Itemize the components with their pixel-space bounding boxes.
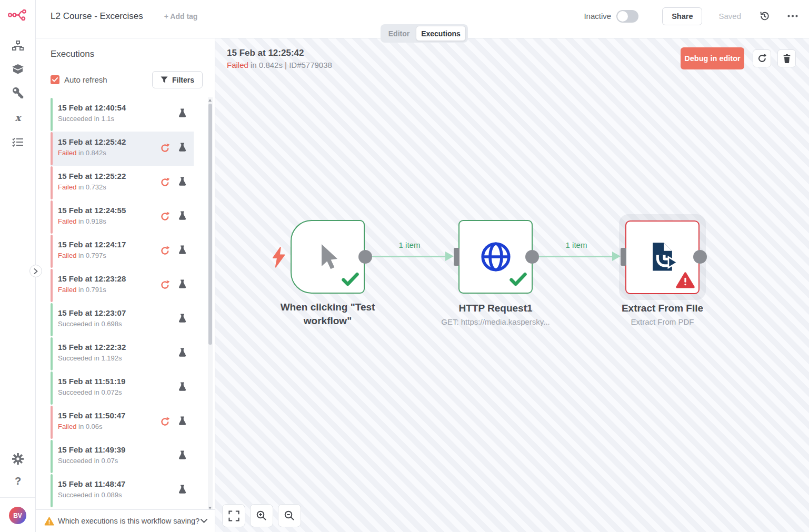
help-icon[interactable]: ?: [0, 475, 36, 487]
execution-status: Succeeded in 0.07s: [58, 457, 118, 465]
execution-time: 15 Feb at 11:49:39: [58, 445, 125, 454]
debug-flask-icon[interactable]: [178, 108, 186, 120]
output-port-node3[interactable]: [693, 250, 707, 264]
execution-status: Succeeded in 0.089s: [58, 491, 122, 499]
debug-in-editor-button[interactable]: Debug in editor: [681, 47, 744, 69]
execution-status-bar: [51, 235, 53, 268]
debug-flask-icon[interactable]: [178, 485, 186, 496]
filters-button[interactable]: Filters: [152, 71, 203, 88]
error-warning-icon: [676, 272, 695, 290]
execution-time: 15 Feb at 12:22:32: [58, 343, 126, 352]
scroll-up-icon[interactable]: [208, 99, 212, 102]
workflow-title[interactable]: L2 Course - Excercises: [51, 11, 143, 22]
trigger-bolt-icon: [272, 246, 286, 270]
execution-status: Failed in 0.797s: [58, 252, 106, 259]
auto-refresh-label[interactable]: Auto refresh: [64, 75, 107, 84]
execution-status: Succeeded in 1.1s: [58, 115, 114, 123]
tab-editor[interactable]: Editor: [382, 29, 416, 38]
execution-list-item[interactable]: 15 Feb at 12:22:32 Succeeded in 1.192s: [51, 337, 194, 371]
execution-status-word: Failed: [227, 61, 248, 69]
execution-list-item[interactable]: 15 Feb at 12:25:22 Failed in 0.732s: [51, 166, 194, 200]
debug-flask-icon[interactable]: [178, 450, 186, 462]
node-label: When clicking "Test workflow": [264, 300, 391, 327]
n8n-logo-icon[interactable]: [8, 8, 28, 24]
workflows-icon[interactable]: [0, 41, 36, 51]
input-port-node2[interactable]: [454, 248, 460, 266]
fit-view-button[interactable]: [222, 504, 245, 527]
history-icon[interactable]: [759, 11, 770, 22]
settings-gear-icon[interactable]: [0, 453, 36, 465]
retry-icon[interactable]: [160, 417, 170, 429]
debug-flask-icon[interactable]: [178, 177, 186, 188]
debug-flask-icon[interactable]: [178, 416, 186, 428]
retry-icon[interactable]: [160, 212, 170, 224]
execution-status: Failed in 0.918s: [58, 217, 106, 225]
debug-flask-icon[interactable]: [178, 143, 186, 154]
execution-list-item[interactable]: 15 Feb at 12:23:28 Failed in 0.791s: [51, 268, 194, 303]
refresh-execution-button[interactable]: [753, 49, 771, 67]
output-port-node2[interactable]: [525, 250, 539, 264]
user-avatar[interactable]: BV: [9, 507, 26, 524]
output-port-node1[interactable]: [358, 250, 372, 264]
list-scrollbar[interactable]: [208, 97, 213, 511]
debug-flask-icon[interactable]: [178, 211, 186, 223]
retry-icon[interactable]: [160, 177, 170, 189]
node-when-clicking-test-workflow[interactable]: [291, 220, 365, 294]
execution-list-item[interactable]: 15 Feb at 12:24:55 Failed in 0.918s: [51, 200, 194, 234]
execution-time: 15 Feb at 11:50:47: [58, 411, 125, 420]
variables-icon[interactable]: x: [0, 112, 36, 123]
execution-status: Failed in 0.06s: [58, 423, 103, 430]
debug-flask-icon[interactable]: [178, 382, 186, 394]
funnel-icon: [161, 76, 168, 83]
connection-line-1: [372, 256, 450, 257]
retry-icon[interactable]: [160, 143, 170, 155]
debug-flask-icon[interactable]: [178, 279, 186, 291]
execution-list-item[interactable]: 15 Feb at 11:51:19 Succeeded in 0.072s: [51, 371, 194, 405]
toggle-knob: [617, 11, 628, 22]
templates-icon[interactable]: [0, 64, 36, 74]
execution-list-item[interactable]: 15 Feb at 12:25:42 Failed in 0.842s: [51, 132, 194, 166]
execution-list-item[interactable]: 15 Feb at 12:23:07 Succeeded in 0.698s: [51, 303, 194, 337]
executions-saving-question[interactable]: Which executions is this workflow saving…: [36, 509, 215, 532]
zoom-in-button[interactable]: [250, 504, 273, 527]
delete-execution-button[interactable]: [777, 49, 796, 67]
execution-list-item[interactable]: 15 Feb at 11:49:39 Succeeded in 0.07s: [51, 439, 194, 474]
execution-list-item[interactable]: 15 Feb at 12:40:54 Succeeded in 1.1s: [51, 97, 194, 132]
connection-arrow-1: [445, 252, 454, 261]
node-label: HTTP Request1 GET: https://media.kaspers…: [432, 302, 559, 327]
panel-expand-button[interactable]: [29, 265, 42, 277]
execution-time-heading: 15 Feb at 12:25:42: [227, 48, 304, 58]
retry-icon[interactable]: [160, 280, 170, 292]
active-toggle[interactable]: [616, 10, 638, 23]
executions-panel: Executions Auto refresh Filters 15 Feb a…: [36, 38, 215, 532]
share-button[interactable]: Share: [662, 7, 702, 25]
node-subtitle: GET: https://media.kaspersky...: [432, 317, 559, 327]
execution-status-bar: [51, 98, 53, 131]
workflow-canvas[interactable]: 15 Feb at 12:25:42 Failed in 0.842s | ID…: [215, 38, 809, 532]
more-options-icon[interactable]: [787, 15, 798, 17]
debug-flask-icon[interactable]: [178, 245, 186, 257]
scrollbar-thumb[interactable]: [208, 104, 212, 345]
debug-flask-icon[interactable]: [178, 348, 186, 359]
node-extract-from-file[interactable]: [625, 220, 700, 294]
zoom-out-button[interactable]: [278, 504, 301, 527]
execution-list-item[interactable]: 15 Feb at 11:50:47 Failed in 0.06s: [51, 405, 194, 439]
node-label: Extract From File Extract From PDF: [599, 302, 726, 327]
execution-status-bar: [51, 440, 53, 473]
auto-refresh-checkbox[interactable]: [51, 75, 59, 84]
execution-status: Failed in 0.842s: [58, 149, 106, 157]
node-http-request1[interactable]: [458, 220, 533, 294]
tab-executions[interactable]: Executions: [416, 26, 466, 41]
execution-list-item[interactable]: 15 Feb at 12:24:17 Failed in 0.797s: [51, 234, 194, 268]
execution-status-bar: [51, 132, 53, 165]
credentials-icon[interactable]: [0, 87, 36, 98]
debug-flask-icon[interactable]: [178, 314, 186, 325]
execution-status-bar: [51, 337, 53, 370]
execution-list-item[interactable]: 15 Feb at 11:48:47 Succeeded in 0.089s: [51, 474, 194, 508]
retry-icon[interactable]: [160, 246, 170, 258]
input-port-node3[interactable]: [621, 248, 626, 266]
execution-status-bar: [51, 166, 53, 199]
add-tag-button[interactable]: + Add tag: [164, 12, 198, 21]
view-switcher: Editor Executions: [381, 24, 468, 43]
executions-icon[interactable]: [0, 137, 36, 147]
